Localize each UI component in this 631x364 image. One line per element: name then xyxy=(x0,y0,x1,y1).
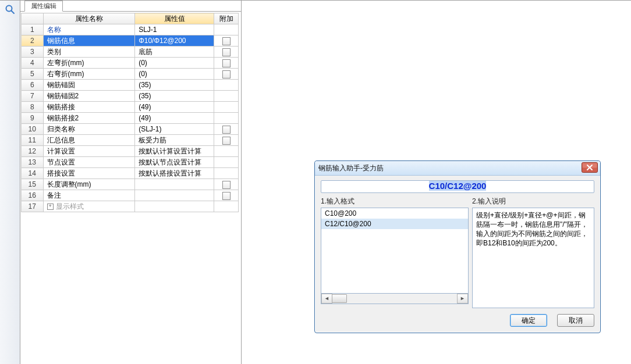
property-value[interactable] xyxy=(135,179,214,190)
extra-checkbox[interactable] xyxy=(222,137,231,145)
rebar-input-helper-dialog: 钢筋输入助手-受力筋 C10/C12@200 1.输入格式 C10@200C12… xyxy=(314,160,601,333)
cancel-button[interactable]: 取消 xyxy=(557,314,594,327)
extra-cell[interactable] xyxy=(214,168,239,179)
list-item[interactable]: C10@200 xyxy=(321,208,468,219)
extra-cell[interactable] xyxy=(214,113,239,124)
property-name: 右弯折(mm) xyxy=(43,69,135,80)
workspace: 属性编辑 属性名称 属性值 附加 1名称SLJ-12钢筋信息Φ10/Φ12@20… xyxy=(0,0,631,364)
extra-cell[interactable] xyxy=(214,35,239,47)
dialog-title-text: 钢筋输入助手-受力筋 xyxy=(318,164,384,172)
table-row[interactable]: 12计算设置按默认计算设置计算 xyxy=(22,146,239,157)
extra-cell[interactable] xyxy=(214,135,239,146)
extra-cell[interactable] xyxy=(214,80,239,91)
extra-cell[interactable] xyxy=(214,190,239,201)
table-row[interactable]: 1名称SLJ-1 xyxy=(22,24,239,35)
table-row[interactable]: 2钢筋信息Φ10/Φ12@200 xyxy=(22,35,239,47)
col-value[interactable]: 属性值 xyxy=(135,13,214,24)
property-name: 名称 xyxy=(43,24,135,35)
extra-cell[interactable] xyxy=(214,102,239,113)
close-icon[interactable] xyxy=(582,162,598,173)
table-row[interactable]: 14搭接设置按默认搭接设置计算 xyxy=(22,168,239,179)
property-value[interactable]: (49) xyxy=(135,113,214,124)
rebar-format-input[interactable]: C10/C12@200 xyxy=(321,180,594,193)
row-number: 1 xyxy=(22,24,44,35)
table-row[interactable]: 8钢筋搭接(49) xyxy=(22,102,239,113)
row-number: 15 xyxy=(22,179,44,190)
row-number: 16 xyxy=(22,190,44,201)
scroll-thumb[interactable] xyxy=(332,294,347,303)
property-value[interactable]: (35) xyxy=(135,80,214,91)
table-row[interactable]: 11汇总信息板受力筋 xyxy=(22,135,239,146)
table-row[interactable]: 7钢筋锚固2(35) xyxy=(22,91,239,102)
table-row[interactable]: 3类别底筋 xyxy=(22,47,239,58)
property-value[interactable]: 按默认计算设置计算 xyxy=(135,146,214,157)
col-name[interactable]: 属性名称 xyxy=(43,13,135,24)
property-value[interactable]: 底筋 xyxy=(135,47,214,58)
property-value[interactable]: (0) xyxy=(135,69,214,80)
property-value[interactable] xyxy=(135,190,214,201)
extra-cell[interactable] xyxy=(214,179,239,190)
dialog-titlebar[interactable]: 钢筋输入助手-受力筋 xyxy=(315,161,600,176)
extra-cell[interactable] xyxy=(214,91,239,102)
extra-cell[interactable] xyxy=(214,146,239,157)
property-value[interactable]: Φ10/Φ12@200 xyxy=(135,35,214,47)
property-name: 计算设置 xyxy=(43,146,135,157)
property-value[interactable]: (0) xyxy=(135,58,214,69)
scroll-left-icon[interactable]: ◄ xyxy=(321,294,332,304)
extra-cell[interactable] xyxy=(214,69,239,80)
listbox-hscrollbar[interactable]: ◄ ► xyxy=(321,294,469,304)
row-number: 12 xyxy=(22,146,44,157)
table-row[interactable]: 9钢筋搭接2(49) xyxy=(22,113,239,124)
property-name: 钢筋信息 xyxy=(43,35,135,47)
extra-cell[interactable] xyxy=(214,124,239,135)
extra-checkbox[interactable] xyxy=(222,59,231,67)
row-number: 4 xyxy=(22,58,44,69)
property-name: 搭接设置 xyxy=(43,168,135,179)
extra-checkbox[interactable] xyxy=(222,70,231,78)
table-row[interactable]: 17+显示样式 xyxy=(22,201,239,212)
property-name: +显示样式 xyxy=(43,201,135,212)
extra-checkbox[interactable] xyxy=(222,181,231,189)
expand-icon[interactable]: + xyxy=(47,204,54,210)
panel-tabbar: 属性编辑 xyxy=(20,1,241,12)
property-value[interactable]: (49) xyxy=(135,102,214,113)
table-row[interactable]: 15长度调整(mm) xyxy=(22,179,239,190)
property-name: 钢筋锚固2 xyxy=(43,91,135,102)
scroll-right-icon[interactable]: ► xyxy=(457,294,468,304)
dialog-body: C10/C12@200 1.输入格式 C10@200C12/C10@200 ◄ … xyxy=(315,176,600,314)
col-extra[interactable]: 附加 xyxy=(214,13,239,24)
extra-checkbox[interactable] xyxy=(222,126,231,134)
extra-cell[interactable] xyxy=(214,24,239,35)
property-value[interactable]: (35) xyxy=(135,91,214,102)
extra-cell[interactable] xyxy=(214,47,239,58)
extra-cell[interactable] xyxy=(214,58,239,69)
row-number: 13 xyxy=(22,157,44,168)
property-name-link[interactable]: 名称 xyxy=(47,26,61,34)
property-value[interactable]: 板受力筋 xyxy=(135,135,214,146)
extra-cell[interactable] xyxy=(214,201,239,212)
property-value[interactable]: 按默认搭接设置计算 xyxy=(135,168,214,179)
table-row[interactable]: 13节点设置按默认节点设置计算 xyxy=(22,157,239,168)
extra-checkbox[interactable] xyxy=(222,192,231,200)
table-row[interactable]: 4左弯折(mm)(0) xyxy=(22,58,239,69)
search-icon[interactable] xyxy=(5,4,15,15)
ok-button[interactable]: 确定 xyxy=(510,314,547,327)
property-panel: 属性编辑 属性名称 属性值 附加 1名称SLJ-12钢筋信息Φ10/Φ12@20… xyxy=(20,1,242,364)
table-row[interactable]: 6钢筋锚固(35) xyxy=(22,80,239,91)
extra-checkbox[interactable] xyxy=(222,48,231,56)
property-value[interactable]: SLJ-1 xyxy=(135,24,214,35)
property-value[interactable]: 按默认节点设置计算 xyxy=(135,157,214,168)
row-number: 9 xyxy=(22,113,44,124)
extra-checkbox[interactable] xyxy=(222,37,231,45)
property-value[interactable]: (SLJ-1) xyxy=(135,124,214,135)
table-row[interactable]: 5右弯折(mm)(0) xyxy=(22,69,239,80)
table-row[interactable]: 10归类名称(SLJ-1) xyxy=(22,124,239,135)
property-value[interactable] xyxy=(135,201,214,212)
description-box: 级别+直径/级别+直径+@+间距，钢筋隔一布一时，钢筋信息用"/"隔开，输入的间… xyxy=(472,208,594,308)
table-row[interactable]: 16备注 xyxy=(22,190,239,201)
format-listbox[interactable]: C10@200C12/C10@200 xyxy=(321,208,469,294)
tab-property-edit[interactable]: 属性编辑 xyxy=(24,1,63,12)
property-name: 类别 xyxy=(43,47,135,58)
list-item[interactable]: C12/C10@200 xyxy=(321,219,468,229)
extra-cell[interactable] xyxy=(214,157,239,168)
